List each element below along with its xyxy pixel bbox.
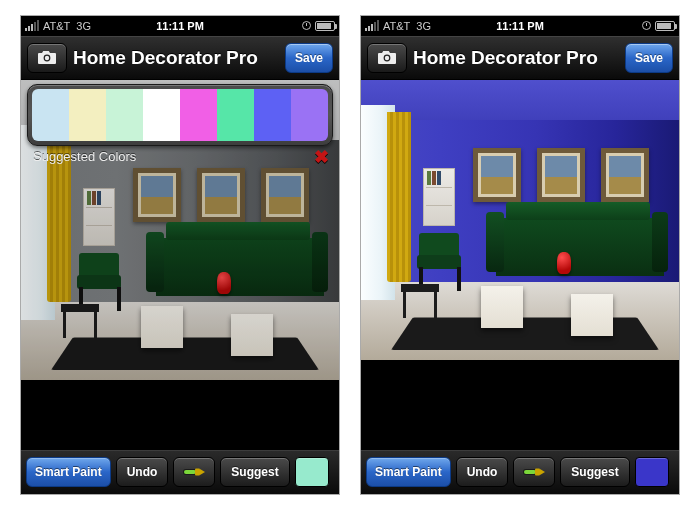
room-shelf (83, 188, 115, 246)
picture-frame (261, 168, 309, 222)
svg-rect-4 (195, 469, 200, 476)
camera-button[interactable] (367, 43, 407, 73)
room-curtain (387, 112, 411, 282)
save-button[interactable]: Save (625, 43, 673, 73)
svg-rect-8 (524, 470, 536, 474)
ottoman-cube (571, 294, 613, 336)
svg-point-1 (45, 56, 49, 60)
smart-paint-button[interactable]: Smart Paint (26, 457, 111, 487)
bottom-toolbar: Smart Paint Undo Suggest (361, 450, 679, 494)
canvas-area[interactable]: Suggested Colors ✖ (21, 80, 339, 450)
room-rug (391, 317, 659, 350)
ottoman-cube (231, 314, 273, 356)
picture-frame (537, 148, 585, 202)
svg-rect-9 (535, 469, 540, 476)
nav-bar: Home Decorator Pro Save (361, 36, 679, 80)
color-swatch[interactable] (106, 89, 143, 141)
color-swatch[interactable] (143, 89, 180, 141)
page-title: Home Decorator Pro (413, 47, 619, 69)
screenshot-right: AT&T 3G 11:11 PM Home Decorator Pro Save (360, 15, 680, 495)
red-object (217, 272, 231, 294)
side-table (61, 304, 99, 312)
canvas-area[interactable] (361, 80, 679, 450)
room-sofa (156, 238, 324, 296)
camera-button[interactable] (27, 43, 67, 73)
room-sofa (496, 218, 664, 276)
color-swatch[interactable] (180, 89, 217, 141)
status-bar: AT&T 3G 11:11 PM (361, 16, 679, 36)
battery-icon (655, 21, 675, 31)
page-title: Home Decorator Pro (73, 47, 279, 69)
picture-frame (197, 168, 245, 222)
brush-icon (182, 463, 206, 481)
brush-tool-button[interactable] (173, 457, 215, 487)
color-swatch[interactable] (217, 89, 254, 141)
red-object (557, 252, 571, 274)
suggested-colors-label: Suggested Colors (33, 149, 136, 164)
current-color-chip[interactable] (295, 457, 329, 487)
color-swatch-row (32, 89, 328, 141)
color-swatch[interactable] (32, 89, 69, 141)
battery-icon (315, 21, 335, 31)
camera-icon (377, 50, 397, 65)
color-swatch[interactable] (291, 89, 328, 141)
picture-frame (601, 148, 649, 202)
side-table (401, 284, 439, 292)
picture-frame (133, 168, 181, 222)
status-bar: AT&T 3G 11:11 PM (21, 16, 339, 36)
suggested-colors-panel: Suggested Colors ✖ (27, 84, 333, 166)
room-chair (73, 255, 125, 311)
suggest-button[interactable]: Suggest (560, 457, 629, 487)
alarm-icon (642, 21, 651, 30)
save-button[interactable]: Save (285, 43, 333, 73)
brush-tool-button[interactable] (513, 457, 555, 487)
undo-button[interactable]: Undo (456, 457, 509, 487)
color-swatch[interactable] (254, 89, 291, 141)
color-swatch[interactable] (69, 89, 106, 141)
room-rug (51, 337, 319, 370)
bottom-toolbar: Smart Paint Undo Suggest (21, 450, 339, 494)
picture-frame (473, 148, 521, 202)
close-icon[interactable]: ✖ (312, 148, 331, 166)
svg-point-6 (385, 56, 389, 60)
ottoman-cube (141, 306, 183, 348)
smart-paint-button[interactable]: Smart Paint (366, 457, 451, 487)
brush-icon (522, 463, 546, 481)
clock-label: 11:11 PM (361, 20, 679, 32)
alarm-icon (302, 21, 311, 30)
undo-button[interactable]: Undo (116, 457, 169, 487)
clock-label: 11:11 PM (21, 20, 339, 32)
suggest-button[interactable]: Suggest (220, 457, 289, 487)
screenshot-left: AT&T 3G 11:11 PM Home Decorator Pro Save (20, 15, 340, 495)
room-shelf (423, 168, 455, 226)
room-chair (413, 235, 465, 291)
ottoman-cube (481, 286, 523, 328)
camera-icon (37, 50, 57, 65)
nav-bar: Home Decorator Pro Save (21, 36, 339, 80)
current-color-chip[interactable] (635, 457, 669, 487)
svg-rect-3 (184, 470, 196, 474)
